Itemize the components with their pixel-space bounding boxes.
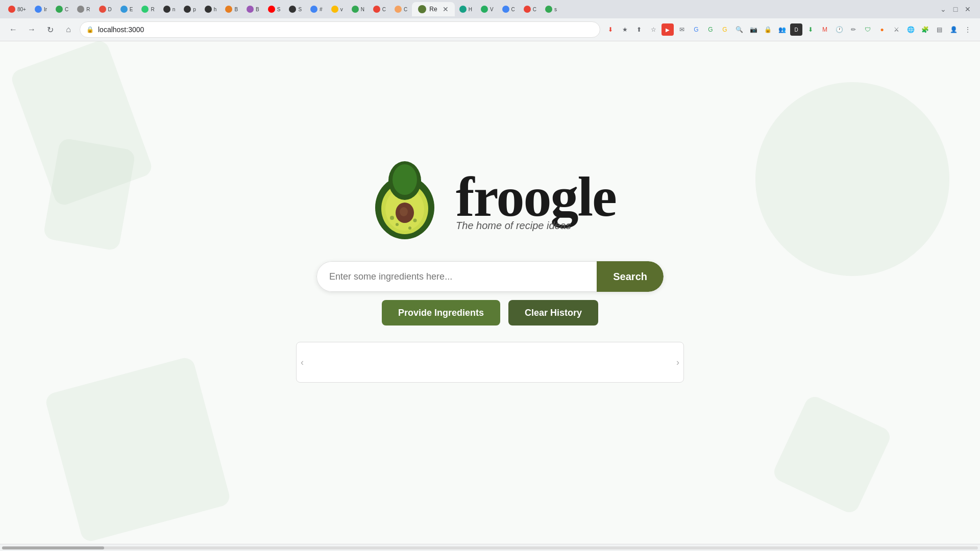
yt-favicon	[268, 6, 275, 13]
tab-settings[interactable]: R	[73, 2, 94, 16]
scroll-right-arrow[interactable]: ›	[672, 355, 683, 370]
svg-point-4	[400, 207, 408, 216]
ext-star[interactable]: ☆	[647, 23, 659, 36]
sheets-favicon	[545, 6, 552, 13]
gf-favicon	[373, 6, 380, 13]
ext-sidebar[interactable]: ▤	[933, 23, 945, 36]
active-favicon	[418, 5, 426, 13]
ext-dl2[interactable]: ⬇	[804, 23, 817, 36]
tab-active[interactable]: Re ✕	[412, 2, 454, 16]
tab-gn[interactable]: N	[348, 2, 369, 16]
ext-sword[interactable]: ⚔	[890, 23, 902, 36]
ext-mail[interactable]: ✉	[676, 23, 688, 36]
gc1-favicon	[310, 6, 317, 13]
tab-d[interactable]: D	[95, 2, 116, 16]
search-input[interactable]	[316, 261, 597, 292]
ext-g3[interactable]: G	[719, 23, 731, 36]
action-buttons: Provide Ingredients Clear History	[382, 300, 598, 325]
avocado-logo	[364, 159, 446, 241]
ext-dark[interactable]: D	[790, 23, 802, 36]
go-favicon	[395, 6, 402, 13]
provide-ingredients-button[interactable]: Provide Ingredients	[382, 300, 500, 325]
gh1-favicon	[163, 6, 170, 13]
ext-download[interactable]: ⬇	[604, 23, 617, 36]
bottom-scrollbar[interactable]	[0, 544, 980, 551]
green-favicon	[141, 6, 149, 13]
ext-clock[interactable]: 🕐	[833, 23, 845, 36]
tab-w2[interactable]: V	[477, 2, 498, 16]
logo-text-container: froogle The home of recipe ideas	[456, 169, 616, 232]
back-button[interactable]: ←	[6, 22, 20, 37]
tab-gc2[interactable]: v	[327, 2, 347, 16]
logo-row: froogle The home of recipe ideas	[364, 159, 616, 241]
ext-bookmark[interactable]: ★	[619, 23, 631, 36]
window-controls: ⌄ □ ✕	[939, 5, 976, 13]
ext-globe[interactable]: 🌐	[904, 23, 917, 36]
ext-menu[interactable]: ⋮	[962, 23, 974, 36]
ext-edit[interactable]: ✏	[847, 23, 860, 36]
tab-gc1[interactable]: #	[306, 2, 327, 16]
tab-sheets[interactable]: s	[541, 2, 561, 16]
settings-favicon	[77, 6, 84, 13]
ext-share[interactable]: ⬆	[633, 23, 645, 36]
tab-g2[interactable]: C	[52, 2, 72, 16]
search-button[interactable]: Search	[597, 261, 664, 292]
clear-history-button[interactable]: Clear History	[508, 300, 598, 325]
gh3-favicon	[205, 6, 212, 13]
scrollbar-thumb[interactable]	[2, 546, 104, 549]
gc2-favicon	[331, 6, 338, 13]
ext-cam[interactable]: 📷	[747, 23, 760, 36]
close-button[interactable]: ✕	[964, 5, 972, 13]
scroll-left-arrow[interactable]: ‹	[297, 355, 308, 370]
maximize-button[interactable]: □	[951, 5, 960, 13]
lock-icon: 🔒	[86, 26, 94, 33]
tab-google[interactable]: Ir	[31, 2, 51, 16]
tab-list: 80+ Ir C R D E	[4, 2, 938, 16]
address-bar[interactable]: 🔒 localhost:3000	[80, 21, 600, 38]
w1-favicon	[459, 6, 467, 13]
minimize-button[interactable]: ⌄	[939, 5, 947, 13]
ext-red[interactable]: ▶	[662, 23, 674, 36]
bg-shape-5	[771, 393, 893, 515]
ext-g2[interactable]: G	[704, 23, 717, 36]
tab-gh4[interactable]: S	[285, 2, 306, 16]
tab-gf[interactable]: C	[369, 2, 390, 16]
page-content: froogle The home of recipe ideas Search …	[0, 41, 980, 551]
home-button[interactable]: ⌂	[61, 22, 76, 37]
tab-green[interactable]: R	[137, 2, 158, 16]
g2-favicon	[56, 6, 63, 13]
results-area: ‹ ›	[296, 342, 684, 383]
bg-shape-4	[755, 82, 949, 276]
reload-button[interactable]: ↻	[43, 22, 57, 37]
tab-w1[interactable]: H	[455, 2, 476, 16]
forward-button[interactable]: →	[24, 22, 39, 37]
scrollbar-track	[2, 546, 978, 549]
address-bar-row: ← → ↻ ⌂ 🔒 localhost:3000 ⬇ ★ ⬆ ☆ ▶ ✉ G G…	[0, 18, 980, 41]
ext-shield[interactable]: 🛡	[862, 23, 874, 36]
tab-gc4[interactable]: C	[520, 2, 541, 16]
w2-favicon	[481, 6, 488, 13]
tab-b1[interactable]: B	[221, 2, 242, 16]
ext-people[interactable]: 👥	[776, 23, 788, 36]
tab-e[interactable]: E	[116, 2, 137, 16]
tab-go[interactable]: C	[390, 2, 411, 16]
tab-gh2[interactable]: p	[180, 2, 200, 16]
ext-search[interactable]: 🔍	[733, 23, 745, 36]
ext-g1[interactable]: G	[690, 23, 702, 36]
tab-gc3[interactable]: C	[498, 2, 519, 16]
extensions-bar: ⬇ ★ ⬆ ☆ ▶ ✉ G G G 🔍 📷 🔒 👥 D ⬇ M 🕐 ✏ 🛡 ● …	[604, 23, 974, 36]
tab-yt[interactable]: S	[264, 2, 285, 16]
tab-gh1[interactable]: n	[159, 2, 180, 16]
gc3-favicon	[502, 6, 509, 13]
tab-gmail[interactable]: 80+	[4, 2, 30, 16]
tab-b2[interactable]: B	[242, 2, 263, 16]
ext-profile[interactable]: 👤	[947, 23, 960, 36]
ext-puzzle[interactable]: 🧩	[919, 23, 931, 36]
tab-close-button[interactable]: ✕	[443, 5, 449, 13]
ext-m[interactable]: M	[819, 23, 831, 36]
tab-gh3[interactable]: h	[201, 2, 221, 16]
ext-orange[interactable]: ●	[876, 23, 888, 36]
ext-lock[interactable]: 🔒	[762, 23, 774, 36]
search-container: Search Provide Ingredients Clear History…	[316, 261, 664, 383]
gc4-favicon	[524, 6, 531, 13]
